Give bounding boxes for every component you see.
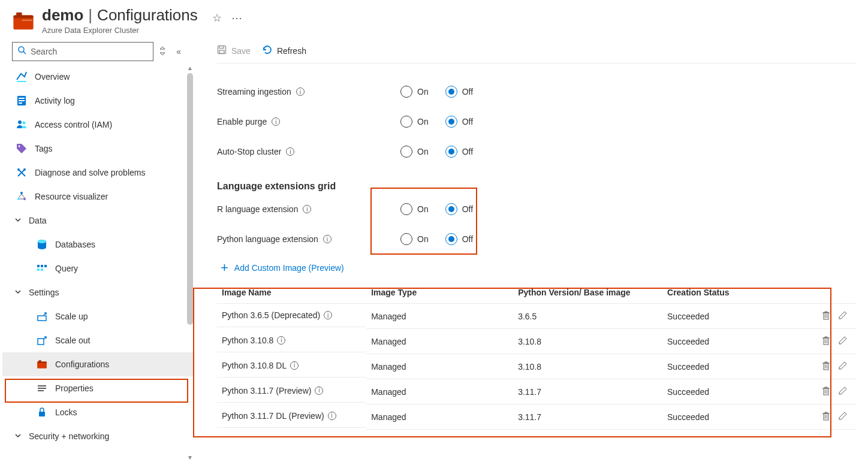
r-lang-ext-radio-group: On Off	[400, 203, 473, 215]
sidebar-item-configurations[interactable]: Configurations	[2, 352, 193, 376]
refresh-icon	[263, 45, 272, 57]
sidebar-item-query[interactable]: Query	[2, 256, 193, 280]
lang-ext-heading: Language extensions grid	[217, 181, 856, 192]
configurations-icon	[36, 358, 48, 370]
sidebar-item-tags[interactable]: Tags	[2, 137, 193, 161]
main-content: Save Refresh Streaming ingestion i On Of…	[193, 38, 868, 461]
search-icon	[17, 46, 27, 58]
svg-rect-22	[44, 265, 47, 267]
tags-icon	[16, 143, 28, 155]
python-lang-ext-row: Python language extension i On Off	[217, 224, 856, 254]
streaming-ingestion-on-radio[interactable]: On	[400, 86, 429, 98]
image-type-cell: Managed	[366, 304, 513, 329]
info-icon[interactable]: i	[277, 336, 285, 345]
scroll-down-arrow[interactable]: ▼	[187, 454, 193, 461]
image-name-cell: Python 3.10.8 DLi	[217, 354, 366, 378]
auto-stop-off-radio[interactable]: Off	[445, 146, 473, 158]
r-lang-ext-off-radio[interactable]: Off	[445, 203, 473, 215]
scroll-thumb[interactable]	[187, 73, 193, 325]
sidebar-item-diagnose[interactable]: Diagnose and solve problems	[2, 161, 193, 185]
add-custom-image-link[interactable]: + Add Custom Image (Preview)	[221, 260, 856, 276]
delete-icon[interactable]	[821, 386, 831, 397]
sort-icon[interactable]	[159, 46, 165, 58]
svg-rect-26	[38, 339, 44, 345]
info-icon[interactable]: i	[328, 412, 336, 420]
sidebar-item-access[interactable]: Access control (IAM)	[2, 113, 193, 137]
search-box[interactable]	[12, 42, 153, 61]
sidebar-item-scaleout[interactable]: Scale out	[2, 328, 193, 352]
page-subtitle: Azure Data Explorer Cluster	[42, 26, 242, 35]
svg-rect-41	[824, 413, 828, 420]
r-lang-ext-on-radio[interactable]: On	[400, 203, 429, 215]
python-lang-ext-on-radio[interactable]: On	[400, 233, 429, 245]
radio-on-label: On	[417, 204, 429, 214]
svg-point-16	[17, 198, 20, 200]
delete-icon[interactable]	[821, 361, 831, 372]
chevron-down-icon	[14, 431, 24, 441]
info-icon[interactable]: i	[323, 235, 331, 243]
sidebar-item-properties[interactable]: Properties	[2, 376, 193, 400]
edit-icon[interactable]	[838, 386, 848, 397]
radio-off-label: Off	[462, 87, 473, 96]
sidebar-item-visualizer[interactable]: Resource visualizer	[2, 185, 193, 209]
python-version-cell: 3.11.7	[513, 404, 662, 430]
delete-icon[interactable]	[821, 310, 831, 322]
sidebar-section-settings[interactable]: Settings	[2, 280, 193, 304]
streaming-ingestion-off-radio[interactable]: Off	[445, 86, 473, 98]
table-row: Python 3.11.7 DL (Preview)i Managed 3.11…	[217, 404, 856, 430]
info-icon[interactable]: i	[296, 87, 305, 96]
python-version-cell: 3.11.7	[513, 379, 662, 404]
edit-icon[interactable]	[838, 310, 848, 322]
enable-purge-on-radio[interactable]: On	[400, 116, 429, 128]
toolbar: Save Refresh	[217, 42, 856, 64]
svg-line-5	[23, 52, 26, 54]
sidebar-item-scaleup[interactable]: Scale up	[2, 304, 193, 328]
svg-rect-30	[38, 385, 46, 387]
image-type-cell: Managed	[366, 404, 513, 430]
refresh-label: Refresh	[277, 46, 306, 56]
more-icon[interactable]: ⋯	[231, 11, 242, 25]
sidebar-section-data[interactable]: Data	[2, 209, 193, 232]
image-type-cell: Managed	[366, 354, 513, 379]
scroll-up-arrow[interactable]: ▲	[187, 65, 193, 72]
table-header[interactable]: Python Version/ Base image	[513, 282, 662, 304]
image-name-cell: Python 3.6.5 (Deprecated)i	[217, 304, 366, 327]
sidebar-section-security-networking[interactable]: Security + networking	[2, 424, 193, 448]
save-label: Save	[231, 46, 251, 56]
streaming-ingestion-row: Streaming ingestion i On Off	[217, 77, 856, 107]
search-input[interactable]	[31, 47, 148, 56]
creation-status-cell: Succeeded	[662, 304, 816, 329]
nav: OverviewActivity logAccess control (IAM)…	[0, 65, 193, 461]
python-lang-ext-off-radio[interactable]: Off	[445, 233, 473, 245]
info-icon[interactable]: i	[272, 117, 280, 126]
table-header[interactable]: Image Type	[366, 282, 513, 304]
python-version-cell: 3.6.5	[513, 304, 662, 329]
delete-icon[interactable]	[821, 411, 831, 422]
sidebar-item-label: Databases	[55, 240, 95, 249]
sidebar-item-databases[interactable]: Databases	[2, 232, 193, 256]
edit-icon[interactable]	[838, 336, 848, 347]
row-actions-cell	[816, 329, 856, 354]
sidebar-item-overview[interactable]: Overview	[2, 65, 193, 89]
info-icon[interactable]: i	[324, 311, 332, 319]
scrollbar[interactable]: ▲ ▼	[187, 65, 193, 461]
auto-stop-on-radio[interactable]: On	[400, 146, 429, 158]
save-button[interactable]: Save	[217, 45, 251, 57]
table-header[interactable]: Image Name	[217, 282, 366, 304]
edit-icon[interactable]	[838, 411, 848, 422]
info-icon[interactable]: i	[286, 147, 294, 156]
info-icon[interactable]: i	[315, 387, 323, 395]
favorite-icon[interactable]: ☆	[212, 11, 222, 25]
sidebar-item-activity[interactable]: Activity log	[2, 89, 193, 113]
refresh-button[interactable]: Refresh	[263, 45, 306, 57]
table-header[interactable]: Creation Status	[662, 282, 816, 304]
sidebar-item-label: Locks	[55, 407, 77, 417]
edit-icon[interactable]	[838, 361, 848, 372]
sidebar-item-locks[interactable]: Locks	[2, 400, 193, 424]
delete-icon[interactable]	[821, 336, 831, 347]
enable-purge-off-radio[interactable]: Off	[445, 116, 473, 128]
info-icon[interactable]: i	[303, 205, 311, 213]
info-icon[interactable]: i	[290, 361, 299, 370]
row-actions-cell	[816, 404, 856, 430]
collapse-icon[interactable]: «	[176, 47, 181, 56]
